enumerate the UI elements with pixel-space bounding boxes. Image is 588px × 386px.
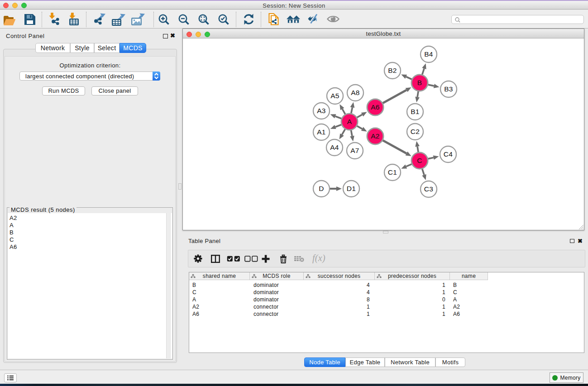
svg-text:A6: A6 — [371, 103, 380, 111]
svg-text:D: D — [319, 185, 324, 192]
svg-text:A7: A7 — [350, 147, 359, 154]
svg-text:A5: A5 — [330, 92, 339, 100]
svg-text:C1: C1 — [388, 168, 397, 176]
svg-text:B1: B1 — [411, 108, 420, 115]
svg-text:B2: B2 — [388, 67, 397, 74]
svg-text:A4: A4 — [330, 143, 339, 151]
svg-text:A1: A1 — [317, 128, 326, 136]
svg-text:B3: B3 — [444, 85, 453, 93]
svg-text:B: B — [417, 79, 422, 86]
svg-text:C2: C2 — [411, 128, 420, 135]
svg-text:C: C — [417, 157, 422, 164]
svg-text:A3: A3 — [317, 107, 326, 114]
svg-text:C4: C4 — [444, 150, 453, 158]
svg-text:A8: A8 — [351, 89, 360, 96]
svg-text:A2: A2 — [371, 132, 380, 140]
svg-text:A: A — [347, 118, 352, 125]
svg-text:D1: D1 — [347, 185, 356, 192]
svg-text:B4: B4 — [424, 50, 433, 58]
svg-text:C3: C3 — [424, 185, 433, 193]
